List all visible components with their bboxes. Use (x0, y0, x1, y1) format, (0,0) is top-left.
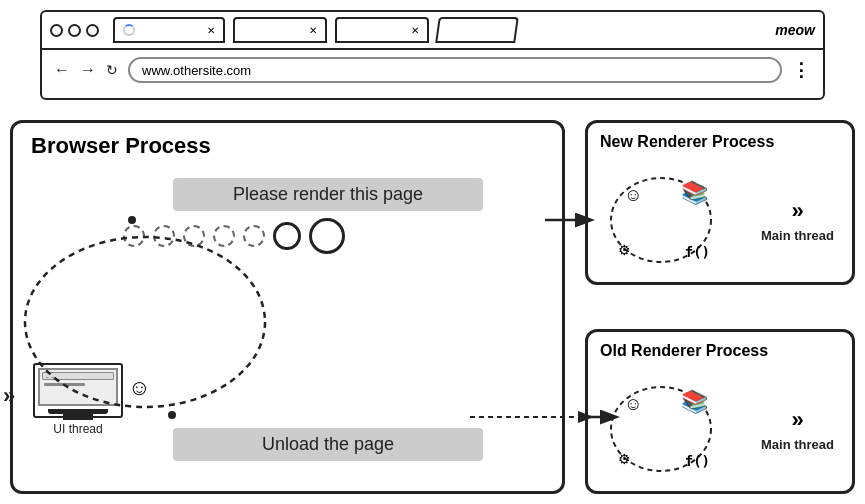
new-renderer-book-icon: 📚 (681, 180, 708, 206)
ui-thread-label: UI thread (33, 422, 123, 436)
meow-label: meow (775, 22, 815, 38)
reload-button[interactable]: ↻ (106, 62, 118, 78)
render-message-banner: Please render this page (173, 178, 483, 211)
render-message-text: Please render this page (233, 184, 423, 204)
new-renderer-chevrons: » (791, 198, 803, 224)
dot-circle-5 (243, 225, 265, 247)
new-renderer-content: ☺ 📚 f() ⚙ » Main thread (598, 168, 842, 272)
screen-nav-arrows: ←→ (45, 374, 55, 380)
new-renderer-label: New Renderer Process (600, 133, 774, 151)
tab-3[interactable]: ✕ (335, 17, 429, 43)
tab-2-close[interactable]: ✕ (309, 25, 317, 36)
old-renderer-content: ☺ 📚 f() ⚙ » Main thread (598, 377, 842, 481)
old-renderer-chevrons: » (791, 407, 803, 433)
diagram-area: Browser Process Please render this page … (0, 110, 865, 504)
old-renderer-book-icon: 📚 (681, 389, 708, 415)
new-renderer-main-thread-label: Main thread (761, 228, 834, 243)
old-renderer-label: Old Renderer Process (600, 342, 768, 360)
tab-4[interactable] (435, 17, 519, 43)
dot-circle-4 (213, 225, 235, 247)
old-renderer-oval-area: ☺ 📚 f() ⚙ (606, 379, 716, 479)
new-renderer-code-icon: f() (685, 244, 710, 260)
chevrons-icon: » (3, 383, 15, 408)
tab-1[interactable]: ✕ (113, 17, 225, 43)
new-renderer-oval-area: ☺ 📚 f() ⚙ (606, 170, 716, 270)
solid-circle-sm (273, 222, 301, 250)
window-close-btn[interactable] (50, 24, 63, 37)
old-renderer-main-thread-label: Main thread (761, 437, 834, 452)
new-renderer-graph-icon: ⚙ (618, 242, 631, 258)
unload-message-banner: Unload the page (173, 428, 483, 461)
computer-stand (63, 414, 93, 420)
old-renderer-code-icon: f() (685, 453, 710, 469)
solid-circle-lg (309, 218, 345, 254)
dot-circle-1 (123, 225, 145, 247)
window-max-btn[interactable] (86, 24, 99, 37)
browser-process-box: Browser Process Please render this page … (10, 120, 565, 494)
new-renderer-box: New Renderer Process ☺ 📚 f() ⚙ » Main th… (585, 120, 855, 285)
menu-button[interactable]: ⋮ (792, 59, 811, 81)
window-min-btn[interactable] (68, 24, 81, 37)
old-renderer-thread-area: » Main thread (761, 407, 834, 452)
new-renderer-face: ☺ (624, 185, 642, 206)
ui-thread-area: » ←→ UI thread (33, 363, 123, 436)
browser-window: ✕ ✕ ✕ meow ← → ↻ ⋮ (40, 10, 825, 100)
browser-face-icon: ☺ (128, 375, 150, 400)
tab-loading-icon (123, 24, 135, 36)
tab-bar: ✕ ✕ ✕ meow (42, 12, 823, 50)
unload-conn-dot (168, 411, 176, 419)
forward-button[interactable]: → (80, 61, 96, 79)
screen-nav: ←→ (42, 372, 114, 380)
browser-process-label: Browser Process (31, 133, 211, 159)
address-input[interactable] (128, 57, 782, 83)
new-renderer-thread-area: » Main thread (761, 198, 834, 243)
computer-screen: ←→ (38, 368, 118, 406)
circles-row (123, 218, 562, 254)
address-bar-row: ← → ↻ ⋮ (42, 50, 823, 90)
tab-2[interactable]: ✕ (233, 17, 327, 43)
computer-icon: ←→ (33, 363, 123, 418)
dot-circle-2 (153, 225, 175, 247)
old-renderer-face: ☺ (624, 394, 642, 415)
input-chevrons: » (3, 383, 15, 409)
unload-message-text: Unload the page (262, 434, 394, 454)
old-renderer-box: Old Renderer Process ☺ 📚 f() ⚙ » Main th… (585, 329, 855, 494)
browser-face: ☺ (128, 375, 150, 401)
back-button[interactable]: ← (54, 61, 70, 79)
old-renderer-graph-icon: ⚙ (618, 451, 631, 467)
tab-1-close[interactable]: ✕ (207, 25, 215, 36)
dot-circle-3 (183, 225, 205, 247)
screen-nav-inner: ←→ (43, 373, 113, 381)
screen-line-2 (44, 383, 85, 386)
window-controls (50, 24, 99, 37)
tab-3-close[interactable]: ✕ (411, 25, 419, 36)
